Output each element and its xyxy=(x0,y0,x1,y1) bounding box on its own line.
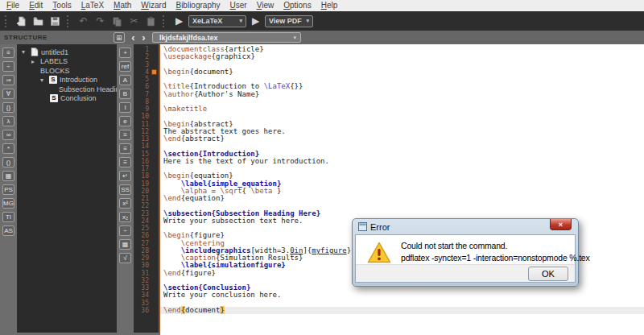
logic-symbols-icon[interactable]: ∀ xyxy=(2,89,14,99)
glyph: ▶ xyxy=(175,16,183,26)
compiler-select[interactable]: XeLaTeX▾ xyxy=(188,15,246,27)
arrows-icon[interactable]: ⇒ xyxy=(2,75,14,85)
new-file-icon[interactable] xyxy=(14,14,29,29)
menu-item-help[interactable]: Help xyxy=(316,0,343,11)
prev-document-icon[interactable]: ‹ xyxy=(128,31,138,43)
tikz-icon[interactable]: TI xyxy=(2,212,14,222)
misc-symbols-icon[interactable]: * xyxy=(2,143,14,154)
menu-item-user[interactable]: User xyxy=(225,0,252,11)
insert-ref-icon[interactable]: ref xyxy=(119,61,131,72)
next-document-icon[interactable]: › xyxy=(138,31,149,43)
align-left-icon[interactable]: ≡ xyxy=(119,130,131,140)
code-line: \alpha = \sqrt{ \beta } xyxy=(160,188,644,195)
document-icon xyxy=(31,48,39,56)
line-number: 23 xyxy=(134,210,159,217)
line-number: 25 xyxy=(134,225,159,232)
structure-panel-title: STRUCTURE xyxy=(0,34,114,41)
menu-item-file[interactable]: File xyxy=(2,0,24,11)
newline-icon[interactable]: ↵ xyxy=(119,171,131,181)
tree-expander-icon[interactable]: ▾ xyxy=(40,77,47,84)
undo-icon[interactable]: ↶ xyxy=(76,14,91,29)
structure-item-subsection-heading-here[interactable]: Subsection Heading Here xyxy=(17,85,117,94)
viewer-select[interactable]: View PDF▾ xyxy=(265,15,313,27)
bookmark-icon xyxy=(151,69,157,75)
dialog-app-icon xyxy=(358,222,367,231)
line-number: 7 xyxy=(134,91,159,98)
structure-list-icon[interactable]: ≡ xyxy=(2,48,14,58)
glyph: ↷ xyxy=(96,16,104,26)
run-build-icon[interactable]: ▶ xyxy=(171,14,187,29)
glyph: ▶ xyxy=(252,16,259,26)
header-row: STRUCTURE ⊞ ‹ › lkjdsfakjlfdsa.tex ▾ xyxy=(0,31,644,44)
italic-icon[interactable]: I xyxy=(119,102,131,113)
menu-item-options[interactable]: Options xyxy=(279,0,316,11)
menu-item-tools[interactable]: Tools xyxy=(47,0,76,11)
font-size-icon[interactable]: A xyxy=(119,75,131,85)
menu-item-math[interactable]: Math xyxy=(109,0,136,11)
pstricks-icon[interactable]: PS xyxy=(2,184,14,195)
save-file-icon[interactable] xyxy=(47,14,63,29)
matrix-icon[interactable]: ▦ xyxy=(119,239,131,250)
punctuation-icon[interactable]: () xyxy=(2,157,14,168)
structure-item-conclusion[interactable]: SConclusion xyxy=(17,94,117,104)
dialog-close-button[interactable]: × xyxy=(550,219,572,230)
line-number: 35 xyxy=(134,300,159,307)
code-editor[interactable]: \documentclass{article}\usepackage{graph… xyxy=(160,44,644,335)
line-number: 5 xyxy=(134,76,159,83)
structure-item-untitled1[interactable]: ▾untitled1 xyxy=(17,48,117,57)
misc-math-icon[interactable]: ∞ xyxy=(2,130,14,140)
dialog-titlebar[interactable]: Error × xyxy=(355,219,576,234)
menu-item-wizard[interactable]: Wizard xyxy=(136,0,171,11)
open-file-selector[interactable]: lkjdsfakjlfdsa.tex ▾ xyxy=(152,32,301,43)
detach-panel-icon[interactable]: ⊞ xyxy=(114,32,125,43)
emphasis-icon[interactable]: e xyxy=(119,116,131,126)
tree-expander-icon[interactable]: ▾ xyxy=(22,48,28,56)
structure-item-introduction[interactable]: ▾SIntroduction xyxy=(17,76,117,85)
line-number-gutter[interactable]: 1234567891011121314151617181920212223242… xyxy=(134,44,160,333)
insert-label-icon[interactable]: + xyxy=(119,48,131,58)
greek-letters-icon[interactable]: λ xyxy=(2,116,14,126)
menu-item-bibliography[interactable]: Bibliography xyxy=(171,0,225,11)
code-line: \end{equation} xyxy=(160,195,644,202)
code-line xyxy=(160,98,644,105)
frames-icon[interactable]: ▦ xyxy=(2,171,14,181)
bold-icon[interactable]: B xyxy=(119,89,131,99)
code-line: \author{Author's Name} xyxy=(160,91,644,98)
line-number: 22 xyxy=(134,202,159,209)
line-number: 12 xyxy=(134,128,159,135)
symbol-panel-strip: ≡÷⇒∀{}λ∞*()▦PSMGTIAS xyxy=(0,44,17,333)
delimiters-icon[interactable]: {} xyxy=(2,102,14,113)
copy-icon[interactable] xyxy=(109,14,125,29)
chevron-down-icon: ▾ xyxy=(293,35,296,41)
menu-item-latex[interactable]: LaTeX xyxy=(76,0,109,11)
align-right-icon[interactable]: ≡ xyxy=(119,157,131,168)
open-file-icon[interactable] xyxy=(31,14,46,29)
align-center-icon[interactable]: ≡ xyxy=(119,143,131,154)
redo-icon[interactable]: ↷ xyxy=(93,14,108,29)
line-number: 18 xyxy=(134,172,159,180)
menu-bar: FileEditToolsLaTeXMathWizardBibliography… xyxy=(0,0,644,11)
chevron-down-icon: ▾ xyxy=(239,18,242,24)
small-caps-icon[interactable]: SS xyxy=(119,184,131,195)
line-number: 29 xyxy=(134,254,159,262)
superscript-icon[interactable]: x² xyxy=(119,198,131,209)
ok-button[interactable]: OK xyxy=(528,267,568,281)
tree-expander-icon[interactable]: ▸ xyxy=(31,58,38,65)
metapost-icon[interactable]: MG xyxy=(2,198,14,209)
line-number: 27 xyxy=(134,240,159,247)
structure-item-labels[interactable]: ▸LABELS xyxy=(17,57,117,67)
paste-icon[interactable] xyxy=(143,14,159,29)
menu-item-view[interactable]: View xyxy=(252,0,279,11)
code-line: The abstract text goes here. xyxy=(160,128,644,135)
line-number: 30 xyxy=(134,262,159,269)
subscript-icon[interactable]: x₂ xyxy=(119,212,131,222)
structure-item-blocks[interactable]: BLOCKS xyxy=(17,66,117,76)
sqrt-icon[interactable]: √ xyxy=(119,253,131,263)
fraction-icon[interactable]: ÷ xyxy=(119,225,131,236)
math-operators-icon[interactable]: ÷ xyxy=(2,61,14,72)
line-number: 33 xyxy=(134,284,159,292)
cut-icon[interactable]: ✂ xyxy=(126,14,142,29)
run-view-icon[interactable]: ▶ xyxy=(248,14,263,29)
menu-item-edit[interactable]: Edit xyxy=(24,0,47,11)
asymptote-icon[interactable]: AS xyxy=(2,225,14,236)
